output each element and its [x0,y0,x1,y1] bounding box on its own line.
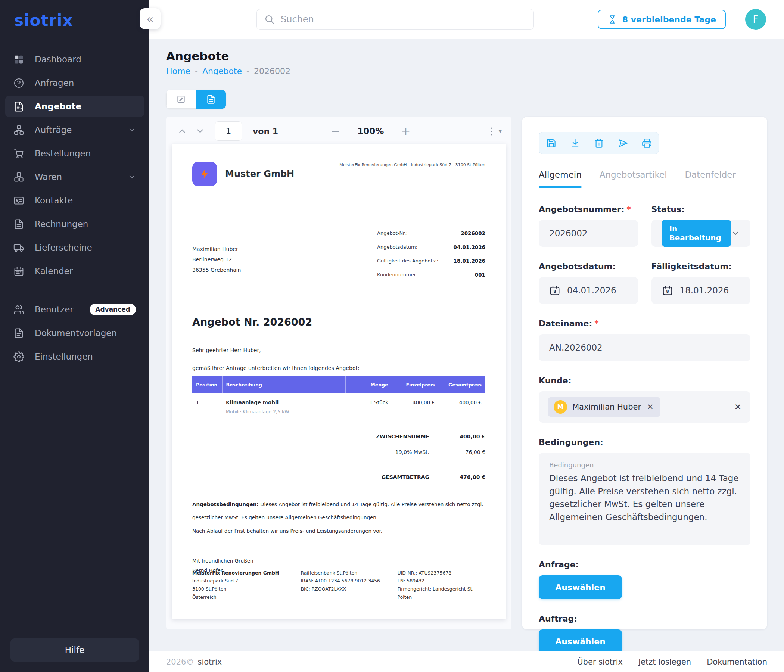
field-faelligkeitsdatum: Fälligkeitsdatum: 8 18.01.2026 [652,262,751,304]
meta-label: Angebotsdatum: [377,244,417,250]
page-up-button[interactable] [176,125,188,137]
field-label: Kunde: [539,376,750,385]
zoom-controls: − 100% + [331,126,410,137]
viewer-toolbar: von 1 − 100% + ⋮ ▾ [166,117,512,142]
sitemap-icon [14,125,24,135]
footer-line: Österreich [192,593,300,602]
bedingungen-textarea-wrap: Bedingungen Dieses Angebot ist freibleib… [539,453,750,545]
pencil-square-icon [176,95,186,104]
closing-line: Mit freundlichen Grüßen [192,556,485,566]
sidebar-collapse-button[interactable]: « [140,8,160,29]
sidebar-item-dokumentvorlagen[interactable]: Dokumentvorlagen [5,322,144,344]
sidebar-item-angebote[interactable]: Angebote [5,96,144,117]
field-status: Status: In Bearbeitung [652,205,751,247]
sidebar-item-benutzer[interactable]: Benutzer Advanced [5,299,144,320]
breadcrumb-home[interactable]: Home [166,67,190,76]
grand-total-value: 476,00 € [429,474,485,480]
pdf-footer-legal: UID-NR.: ATU92375678 FN: 589432 Firmenge… [397,569,485,602]
status-select[interactable]: In Bearbeitung [652,220,751,247]
send-button[interactable] [611,132,635,154]
bedingungen-textarea[interactable]: Dieses Angebot ist freibleibend und 14 T… [549,472,740,535]
pdf-intro: gemäß Ihrer Anfrage unterbreiten wir Ihn… [192,365,485,371]
tab-datenfelder[interactable]: Datenfelder [685,170,736,187]
footer-link-dokumentation[interactable]: Dokumentation [707,658,767,666]
sidebar-item-kalender[interactable]: Kalender [5,260,144,282]
customer-chip[interactable]: M Maximilian Huber ✕ [548,397,660,417]
pdf-terms: Angebotsbedingungen: Dieses Angebot ist … [192,498,485,524]
viewer-menu: ⋮ ▾ [487,126,502,136]
search-input[interactable] [281,14,526,25]
tab-allgemein[interactable]: Allgemein [539,170,582,187]
page-down-button[interactable] [194,125,207,137]
sidebar-item-waren[interactable]: Waren [5,166,144,188]
col-position: Position [192,376,222,393]
sidebar-item-label: Benutzer [35,305,73,314]
auftrag-auswaehlen-button[interactable]: Auswählen [539,630,622,652]
preview-mode-button[interactable] [196,90,226,109]
sidebar-item-label: Kontakte [35,196,73,205]
item-subtitle: Mobile Klimaanlage 2,5 kW [226,409,342,414]
zoom-out-button[interactable]: − [331,126,340,137]
sidebar-item-label: Lieferscheine [35,243,92,252]
user-avatar[interactable]: F [745,9,766,30]
angebotsnummer-input[interactable]: 2026002 [539,220,638,247]
sidebar-item-lieferscheine[interactable]: Lieferscheine [5,237,144,258]
field-angebotsnummer: Angebotsnummer:* 2026002 [539,205,638,247]
page-count-label: von 1 [253,126,278,136]
gear-icon [14,351,24,362]
cell-position: 1 [192,393,222,422]
col-beschreibung: Beschreibung [222,376,345,393]
collapse-icon: « [147,12,154,25]
print-button[interactable] [635,132,658,154]
caret-down-icon: ▾ [498,127,502,135]
date-value: 18.01.2026 [680,286,729,295]
zoom-in-button[interactable]: + [401,126,410,137]
help-button[interactable]: Hilfe [11,638,139,661]
clear-field-icon[interactable]: ✕ [734,403,742,411]
sidebar-item-label: Kalender [35,266,73,276]
sidebar-item-label: Aufträge [35,125,72,135]
meta-label: Gültigkeit des Angebots:: [377,258,438,264]
sidebar-item-dashboard[interactable]: Dashboard [5,48,144,70]
delete-button[interactable] [587,132,611,154]
sidebar-item-anfragen[interactable]: Anfragen [5,72,144,94]
footer-link-jetzt-loslegen[interactable]: Jetzt loslegen [638,658,691,666]
recipient-line: 36355 Grebenhain [192,265,241,275]
footer-line: IBAN: AT00 1234 5678 9012 3456 [300,577,397,585]
trial-days-button[interactable]: 8 verbleibende Tage [598,10,726,29]
footer-line: UID-NR.: ATU92375678 [397,569,485,577]
page-number-input[interactable] [215,121,242,141]
breadcrumb-separator: - [195,67,198,76]
kebab-menu-icon[interactable]: ⋮ [487,126,496,136]
tab-angebotsartikel[interactable]: Angebotsartikel [600,170,667,187]
sidebar-item-kontakte[interactable]: Kontakte [5,190,144,211]
anfrage-auswaehlen-button[interactable]: Auswählen [539,575,622,599]
pdf-sender-line: MeisterFix Renovierungen GmbH - Industri… [339,162,485,167]
sidebar-item-rechnungen[interactable]: Rechnungen [5,213,144,235]
field-label: Angebotsdatum: [539,262,638,271]
breadcrumb-angebote[interactable]: Angebote [202,67,242,76]
sidebar-item-label: Rechnungen [35,219,88,229]
remove-customer-icon[interactable]: ✕ [646,403,655,412]
recipient-line: Maximilian Huber [192,244,241,254]
vat-value: 76,00 € [429,449,485,455]
sidebar-item-einstellungen[interactable]: Einstellungen [5,346,144,367]
chevron-up-icon [177,126,187,136]
label-text: Dateiname: [539,319,592,328]
chevron-down-icon [195,126,205,136]
kunde-select[interactable]: M Maximilian Huber ✕ ✕ [539,391,750,423]
cell-total-price: 400,00 € [439,393,485,422]
footer-link-ueber-siotrix[interactable]: Über siotrix [577,658,623,666]
faelligkeitsdatum-input[interactable]: 8 18.01.2026 [652,277,751,304]
field-label: Status: [652,205,751,214]
pdf-meta-row: Angebot-Nr.: 2026002 [377,230,485,236]
save-button[interactable] [539,132,563,154]
download-button[interactable] [563,132,587,154]
sidebar-item-auftraege[interactable]: Aufträge [5,119,144,141]
angebotsdatum-input[interactable]: 8 04.01.2026 [539,277,638,304]
field-label: Fälligkeitsdatum: [652,262,751,271]
dateiname-input[interactable]: AN.2026002 [539,334,750,361]
panel-form: Angebotsnummer:* 2026002 Status: In Bear… [539,205,750,652]
sidebar-item-bestellungen[interactable]: Bestellungen [5,143,144,164]
edit-mode-button[interactable] [166,90,196,109]
